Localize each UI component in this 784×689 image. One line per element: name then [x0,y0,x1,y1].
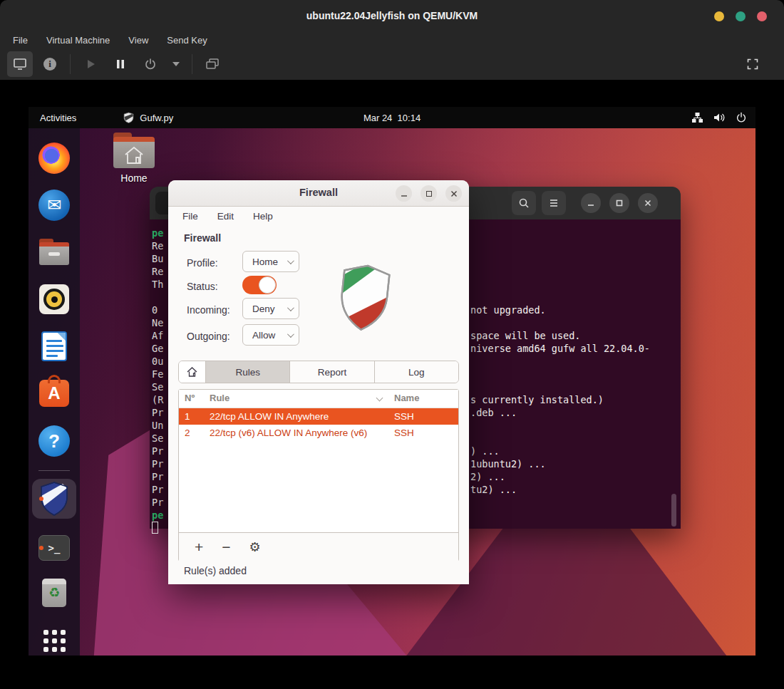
dock-item-rhythmbox[interactable] [37,282,71,316]
home-folder-icon [113,137,155,168]
status-toggle[interactable] [242,276,277,294]
ubuntu-software-icon: A [39,380,69,407]
firewall-titlebar[interactable]: Firewall [168,180,469,207]
dock-item-help[interactable]: ? [37,424,71,458]
terminal-cursor [152,522,158,534]
firewall-minimize-button[interactable] [396,185,412,202]
dock-item-terminal[interactable]: >_ [37,531,71,565]
firewall-shield-graphic [333,260,396,337]
terminal-menu-button[interactable] [542,191,566,215]
terminal-line: Se [152,381,163,393]
remove-rule-button[interactable]: − [222,539,230,556]
terminal-minimize-button[interactable] [581,193,601,213]
dock-item-gufw[interactable] [37,482,71,516]
firewall-maximize-button[interactable] [421,185,437,202]
fullscreen-button[interactable] [741,53,764,76]
rules-toolbar: + − ⚙ [179,532,458,561]
chevron-down-icon [287,331,294,338]
system-tray[interactable] [691,112,747,123]
virtual-displays-button[interactable] [200,51,225,77]
vm-titlebar[interactable]: ubuntu22.04Jellyfish on QEMU/KVM [0,0,784,32]
details-button[interactable]: i [37,51,63,77]
incoming-dropdown[interactable]: Deny [242,298,299,319]
shutdown-button[interactable] [138,51,163,77]
displays-icon [205,58,220,71]
cell-name: SSH [394,428,414,438]
dock-item-firefox[interactable] [37,141,71,175]
column-no[interactable]: Nº [185,393,195,403]
clock[interactable]: Mar 24 10:14 [29,113,755,123]
firewall-window-controls [396,185,462,202]
dock-item-app-grid[interactable] [37,623,71,656]
terminal-maximize-button[interactable] [609,193,629,213]
tab-report[interactable]: Report [289,361,373,383]
column-rule[interactable]: Rule [210,393,229,403]
cell-rule: 22/tcp (v6) ALLOW IN Anywhere (v6) [210,428,367,438]
vm-toolbar: i [0,48,784,80]
cell-no: 1 [185,411,190,422]
status-label: Status: [187,281,218,292]
desktop-home-shortcut[interactable]: Home [107,137,161,184]
pause-button[interactable] [108,51,133,77]
terminal-line: (R [152,394,163,405]
vm-window-title: ubuntu22.04Jellyfish on QEMU/KVM [0,10,784,21]
minimize-dot-icon[interactable] [714,11,724,21]
terminal-line: Pr [152,407,163,418]
window-controls [714,11,767,21]
dock-item-ubuntu-software[interactable]: A [37,376,71,410]
cell-name: SSH [394,411,414,422]
terminal-scrollbar[interactable] [671,494,676,527]
edit-rule-button[interactable]: ⚙ [249,539,261,555]
terminal-line: .deb ... [470,407,517,418]
terminal-close-button[interactable] [638,193,658,213]
terminal-line: Th [152,279,163,290]
maximize-dot-icon[interactable] [736,11,746,21]
thunderbird-icon: ✉ [38,190,70,221]
dock-item-libreoffice-writer[interactable] [37,329,71,363]
dock-item-trash[interactable]: ♻ [37,576,71,610]
column-name[interactable]: Name [394,393,419,403]
profile-dropdown[interactable]: Home [242,251,299,272]
terminal-line: not upgraded. [470,304,546,316]
vm-menubar: File Virtual Machine View Send Key [0,32,784,48]
tab-home-button[interactable] [179,361,206,383]
firewall-menu-help[interactable]: Help [253,211,273,222]
cell-rule: 22/tcp ALLOW IN Anywhere [210,411,329,422]
table-row[interactable]: 2 22/tcp (v6) ALLOW IN Anywhere (v6) SSH [179,425,458,441]
menu-virtual-machine[interactable]: Virtual Machine [46,35,110,46]
console-view-button[interactable] [7,51,33,77]
shutdown-menu-button[interactable] [167,51,185,77]
terminal-search-button[interactable] [512,191,536,215]
rules-table-header[interactable]: Nº Rule Name [179,390,458,408]
menu-view[interactable]: View [128,35,148,46]
terminal-line: Pr [152,484,163,495]
power-icon [144,58,157,71]
firewall-menu-edit[interactable]: Edit [217,211,234,222]
house-glyph-icon [123,146,145,165]
dock-item-thunderbird[interactable]: ✉ [37,188,71,222]
outgoing-dropdown[interactable]: Allow [242,324,299,346]
tab-log[interactable]: Log [374,361,458,383]
menu-send-key[interactable]: Send Key [167,35,207,46]
menu-file[interactable]: File [13,35,28,46]
firewall-close-button[interactable] [445,185,462,202]
run-button[interactable] [78,51,103,77]
tab-rules[interactable]: Rules [206,361,289,383]
toggle-knob [259,276,276,294]
terminal-line: Fe [152,368,163,380]
dock-item-files[interactable] [37,237,71,271]
close-dot-icon[interactable] [757,11,767,21]
maximize-icon [426,191,432,197]
add-rule-button[interactable]: + [195,539,203,556]
chevron-down-icon [287,257,294,264]
terminal-line: space will be used. [470,330,580,341]
table-row[interactable]: 1 22/tcp ALLOW IN Anywhere SSH [179,408,458,425]
minimize-icon [400,190,408,198]
rules-table[interactable]: Nº Rule Name 1 22/tcp ALLOW IN Anywhere … [179,390,458,532]
firewall-window[interactable]: Firewall File Ed [168,180,469,584]
firewall-menu-file[interactable]: File [182,211,198,222]
terminal-line: 1ubuntu2) ... [470,458,546,470]
firewall-section-heading: Firewall [184,232,221,244]
sort-chevron-icon[interactable] [376,395,383,402]
terminal-line: pe [152,509,163,521]
